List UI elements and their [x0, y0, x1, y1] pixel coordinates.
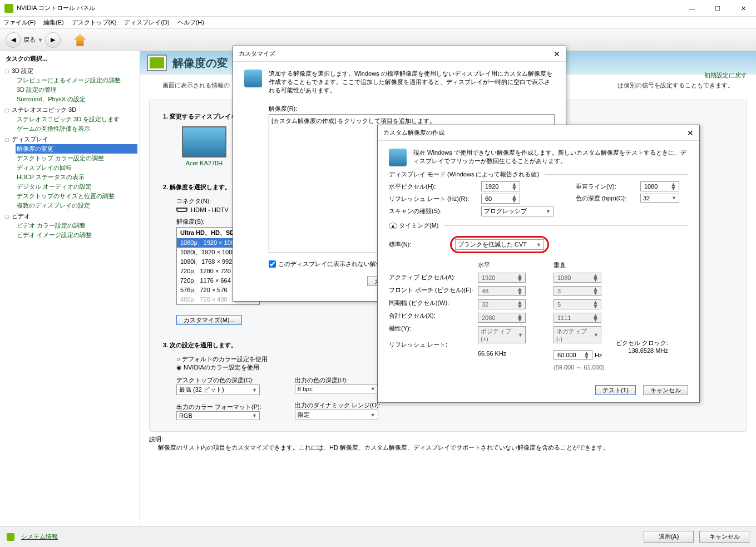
color-format-select[interactable]: RGB▼	[176, 411, 260, 420]
pixel-clock-value: 138.6528 MHz	[616, 347, 668, 354]
fieldset-legend: ディスプレイ モード (Windows によって報告される値)	[389, 170, 545, 179]
h-pixels-input[interactable]: 1920▲▼	[481, 181, 520, 191]
sidebar-header: タスクの選択...	[2, 53, 137, 64]
explain-section: 説明: 解像度のリスト内の項目をカスタマイズできます。これには、HD 解像度、カ…	[149, 435, 747, 452]
tree-display[interactable]: ディスプレイ	[4, 135, 137, 144]
tree-item[interactable]: ステレオスコピック 3D を設定します	[16, 115, 137, 124]
desktop-depth-label: デスクトップの色の深度(C):	[176, 376, 261, 385]
monitor-thumbnail[interactable]	[182, 126, 226, 157]
monitor-name: Acer KA270H	[176, 160, 232, 166]
menu-file[interactable]: ファイル(F)	[3, 18, 36, 27]
tree-3d[interactable]: 3D 設定	[4, 66, 137, 76]
explain-header: 説明:	[149, 435, 747, 443]
bottom-bar: システム情報 適用(A) キャンセル	[0, 526, 756, 547]
cancel-button[interactable]: キャンセル	[643, 385, 688, 395]
menubar: ファイル(F) 編集(E) デスクトップ(K) ディスプレイ(D) ヘルプ(H)	[0, 17, 756, 29]
tree-stereo[interactable]: ステレオスコピック 3D	[4, 105, 137, 115]
cancel-button[interactable]: キャンセル	[699, 531, 749, 543]
create-resolution-dialog: カスタム解像度の作成 ✕ 現在 Windows で使用できない解像度を作成します…	[377, 125, 700, 403]
fieldset-legend: ▲ タイミング(M)	[389, 221, 444, 230]
show-unsupported-checkbox[interactable]	[269, 260, 276, 268]
chevron-down-icon: ▼	[536, 242, 541, 248]
chevron-down-icon: ▼	[671, 195, 676, 201]
tree-item[interactable]: 複数のディスプレイの設定	[16, 201, 137, 210]
tree-item[interactable]: 3D 設定の管理	[16, 85, 137, 95]
nvidia-small-icon	[7, 533, 14, 541]
apply-button[interactable]: 適用(A)	[644, 531, 694, 543]
system-info-link[interactable]: システム情報	[21, 533, 638, 541]
v-column-header: 垂直	[554, 261, 605, 269]
tree-item[interactable]: ディスプレイの回転	[16, 163, 137, 173]
timing-standard-select[interactable]: ブランクを低減した CVT▼	[455, 239, 544, 250]
rr-v-input[interactable]: 60.000▲▼	[554, 350, 592, 360]
tree-item[interactable]: ビデオ カラー設定の調整	[16, 221, 137, 230]
v-lines-input[interactable]: 1080▲▼	[640, 181, 679, 191]
output-depth-label: 出力の色の深度(U):	[295, 376, 381, 385]
minimize-button[interactable]: —	[679, 0, 705, 17]
total-h-input[interactable]: 2080▲▼	[478, 313, 526, 323]
tree-item[interactable]: ビデオ イメージ設定の調整	[16, 230, 137, 240]
tree-item[interactable]: デスクトップ カラー設定の調整	[16, 154, 137, 163]
tree-item[interactable]: プレビューによるイメージ設定の調整	[16, 76, 137, 85]
explain-text: 解像度のリスト内の項目をカスタマイズできます。これには、HD 解像度、カスタム解…	[149, 443, 747, 452]
tree-video[interactable]: ビデオ	[4, 211, 137, 221]
chevron-down-icon: ▼	[370, 386, 375, 392]
refresh-rate-input[interactable]: 60▲▼	[481, 194, 520, 204]
close-icon[interactable]: ✕	[554, 50, 560, 58]
tree-item[interactable]: デジタル オーディオの設定	[16, 182, 137, 191]
dynamic-range-select[interactable]: 限定▼	[295, 410, 378, 420]
tree-item[interactable]: HDCP ステータスの表示	[16, 173, 137, 182]
window-title: NVIDIA コントロール パネル	[17, 4, 679, 12]
pixel-clock-label: ピクセル クロック:	[616, 339, 668, 347]
active-h-input[interactable]: 1920▲▼	[478, 273, 526, 283]
back-button[interactable]: ◀	[6, 32, 21, 48]
sync-v-input[interactable]: 5▲▼	[554, 299, 601, 309]
tree-item-resolution[interactable]: 解像度の変更	[16, 144, 137, 154]
fporch-v-input[interactable]: 3▲▼	[554, 286, 601, 296]
home-icon[interactable]	[74, 34, 86, 46]
tree-item[interactable]: デスクトップのサイズと位置の調整	[16, 191, 137, 201]
display-mode-fieldset: ディスプレイ モード (Windows によって報告される値) 水平ピクセル(H…	[389, 174, 688, 219]
dialog-desc: 追加する解像度を選択します。Windows の標準解像度を使用しないディスプレイ…	[269, 70, 555, 95]
polarity-v-select[interactable]: ネガティブ (-)▼	[554, 326, 601, 343]
close-icon[interactable]: ✕	[687, 129, 694, 137]
total-v-input[interactable]: 1111▲▼	[554, 313, 601, 323]
test-button[interactable]: テスト(T)	[595, 385, 636, 395]
output-depth-select[interactable]: 8 bpc▼	[295, 385, 378, 393]
close-button[interactable]: ✕	[730, 0, 756, 17]
rr-h-value: 66.66 KHz	[478, 350, 526, 357]
h-column-header: 水平	[478, 261, 526, 269]
tree-item[interactable]: ゲームの互換性評価を表示	[16, 124, 137, 134]
back-label: 戻る	[23, 36, 36, 44]
tree-item[interactable]: Surround、PhysX の設定	[16, 95, 137, 104]
menu-display[interactable]: ディスプレイ(D)	[124, 18, 169, 27]
header-monitor-icon	[147, 55, 167, 71]
back-dropdown-icon[interactable]: ▼	[38, 37, 43, 43]
chevron-down-icon: ▼	[546, 209, 551, 214]
maximize-button[interactable]: ☐	[705, 0, 730, 17]
window-controls: — ☐ ✕	[679, 0, 756, 17]
chevron-down-icon: ▼	[370, 412, 375, 418]
chevron-down-icon: ▼	[252, 413, 257, 418]
scan-type-select[interactable]: プログレッシブ▼	[481, 206, 554, 216]
highlight-ring: ブランクを低減した CVT▼	[450, 236, 549, 253]
active-v-input[interactable]: 1080▲▼	[554, 273, 601, 283]
menu-help[interactable]: ヘルプ(H)	[177, 18, 204, 27]
nvidia-logo-icon	[4, 4, 13, 13]
fporch-h-input[interactable]: 48▲▼	[478, 286, 526, 296]
menu-desktop[interactable]: デスクトップ(K)	[72, 18, 117, 27]
customize-button[interactable]: カスタマイズ(M)...	[176, 315, 242, 325]
collapse-icon[interactable]: ▲	[389, 223, 397, 229]
listbox-placeholder: [カスタム解像度の作成] をクリックして項目を追加します。	[271, 117, 436, 124]
sync-h-input[interactable]: 32▲▼	[478, 299, 526, 309]
chevron-down-icon: ▼	[252, 387, 257, 393]
color-depth-select[interactable]: 32▼	[640, 194, 679, 203]
page-title: 解像度の変	[172, 56, 228, 71]
hdmi-icon	[176, 208, 187, 212]
menu-edit[interactable]: 編集(E)	[43, 18, 64, 27]
reset-defaults-link[interactable]: 初期設定に戻す	[704, 71, 747, 80]
polarity-h-select[interactable]: ポジティブ (+)▼	[478, 326, 526, 343]
dialog-title: カスタマイズ	[239, 50, 275, 58]
desktop-depth-select[interactable]: 最高 (32 ビット)▼	[176, 385, 260, 395]
forward-button[interactable]: ▶	[45, 32, 61, 48]
